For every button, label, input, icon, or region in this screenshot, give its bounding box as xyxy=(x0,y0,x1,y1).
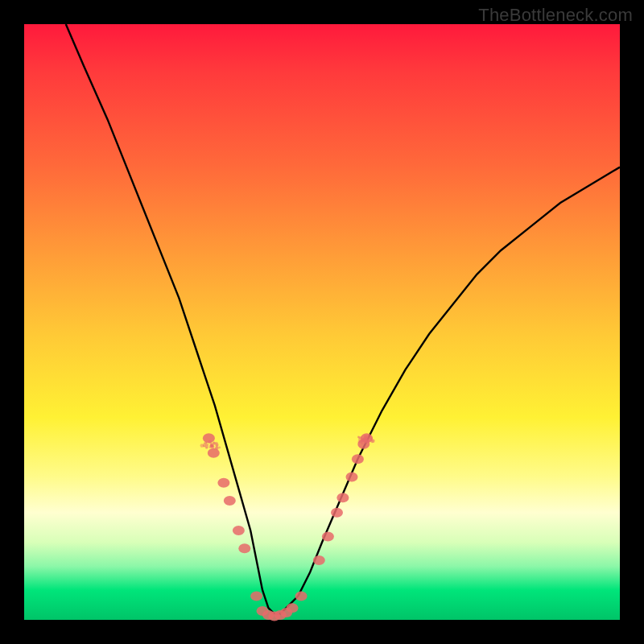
curve-layer xyxy=(66,24,620,614)
marker-dot xyxy=(295,591,308,601)
markers-layer xyxy=(203,433,373,621)
chart-svg xyxy=(24,24,620,620)
marker-dot xyxy=(352,454,364,464)
marker-dot xyxy=(224,496,236,506)
fuzz-dot xyxy=(218,447,221,449)
fuzz-dot xyxy=(215,443,219,447)
plot-area xyxy=(24,24,620,620)
marker-dot xyxy=(233,526,245,535)
marker-dot xyxy=(250,591,262,601)
marker-dot xyxy=(331,508,343,518)
marker-dot xyxy=(361,433,373,443)
marker-dot xyxy=(336,493,349,502)
marker-dot xyxy=(217,478,229,488)
bottleneck-curve xyxy=(66,24,620,614)
marker-dot xyxy=(346,472,358,481)
watermark-text: TheBottleneck.com xyxy=(478,5,633,26)
marker-dot xyxy=(313,555,325,565)
marker-dot xyxy=(287,603,299,613)
fuzz-dot xyxy=(209,446,212,448)
outer-frame: TheBottleneck.com xyxy=(0,0,644,644)
marker-dot xyxy=(322,531,334,541)
fuzz-dot xyxy=(205,444,208,448)
marker-dot xyxy=(238,543,250,553)
fuzz-dot xyxy=(357,436,360,439)
marker-dot xyxy=(208,448,220,458)
marker-dot xyxy=(203,433,215,443)
